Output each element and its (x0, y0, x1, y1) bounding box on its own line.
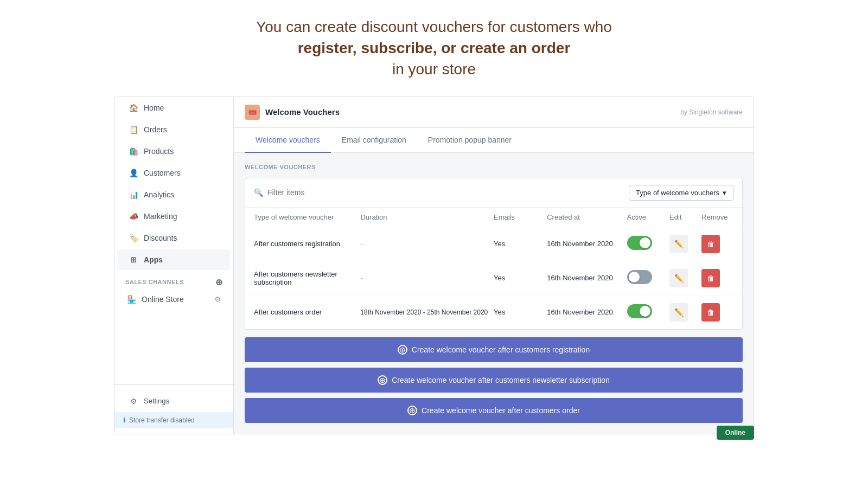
edit-button-row2[interactable]: ✏️ (669, 269, 688, 287)
online-store-channel[interactable]: 🏪 Online Store ⚙ (118, 290, 230, 309)
app-header-right: by Singleton software (680, 108, 743, 116)
delete-button-row1[interactable]: 🗑 (701, 235, 720, 253)
sidebar: 🏠 Home 📋 Orders 🛍️ Products 👤 Customers … (114, 97, 234, 434)
row1-active[interactable] (627, 236, 670, 252)
row1-type: After customers registration (254, 240, 360, 248)
row1-emails: Yes (494, 240, 547, 248)
row3-duration: 18th November 2020 - 25th November 2020 (360, 309, 494, 316)
section-title: WELCOME VOUCHERS (245, 164, 743, 170)
sidebar-item-products[interactable]: 🛍️ Products (118, 141, 230, 162)
toggle-row1[interactable] (627, 236, 652, 250)
filter-row: 🔍 Type of welcome vouchers ▾ (245, 178, 742, 208)
tab-welcome-vouchers[interactable]: Welcome vouchers (245, 128, 331, 153)
create-order-voucher-button[interactable]: ⊕ Create welcome voucher after customers… (245, 398, 743, 423)
plus-circle-icon: ⊕ (398, 345, 407, 355)
tab-email-configuration[interactable]: Email configuration (331, 128, 417, 153)
app-wrapper: 🏠 Home 📋 Orders 🛍️ Products 👤 Customers … (114, 97, 754, 434)
toggle-row2[interactable] (627, 270, 652, 284)
sidebar-item-customers[interactable]: 👤 Customers (118, 163, 230, 183)
type-filter-dropdown[interactable]: Type of welcome vouchers ▾ (629, 185, 733, 201)
channel-settings-icon[interactable]: ⚙ (214, 295, 221, 304)
home-icon: 🏠 (129, 103, 138, 113)
app-header-left: 🎟️ Welcome Vouchers (245, 105, 340, 120)
sidebar-item-orders[interactable]: 📋 Orders (118, 119, 230, 140)
create-btn-label-0: Create welcome voucher after customers r… (412, 345, 590, 354)
marketing-icon: 📣 (129, 211, 138, 221)
hero-line3: in your store (392, 61, 476, 78)
sidebar-label-products: Products (144, 147, 174, 156)
search-icon: 🔍 (254, 188, 263, 197)
sidebar-label-settings: Settings (144, 397, 169, 405)
table-row: After customers order 18th November 2020… (245, 296, 742, 329)
plus-circle-icon2: ⊕ (378, 375, 387, 385)
tab-promotion-popup[interactable]: Promotion popup banner (417, 128, 522, 153)
delete-button-row2[interactable]: 🗑 (701, 269, 720, 287)
row1-remove: 🗑 (701, 235, 733, 253)
row2-type: After customers newsletter subscription (254, 270, 360, 286)
row1-created: 16th November 2020 (547, 240, 627, 248)
col-edit: Edit (669, 213, 701, 221)
info-icon: ℹ (123, 416, 126, 424)
online-store-label: Online Store (142, 295, 184, 304)
toggle-row3[interactable] (627, 304, 652, 318)
col-emails: Emails (494, 213, 547, 221)
apps-icon: ⊞ (129, 255, 138, 265)
table-row: After customers registration - Yes 16th … (245, 227, 742, 261)
sales-channels-section: SALES CHANNELS ⊕ (114, 271, 233, 290)
sales-channels-label: SALES CHANNELS (125, 279, 184, 285)
sidebar-label-home: Home (144, 104, 164, 112)
search-input[interactable] (267, 188, 629, 197)
store-transfer-label: Store transfer disabled (129, 416, 195, 424)
add-channel-icon[interactable]: ⊕ (215, 277, 223, 287)
tabs-bar: Welcome vouchers Email configuration Pro… (234, 128, 754, 153)
edit-button-row3[interactable]: ✏️ (669, 303, 688, 322)
main-content: 🎟️ Welcome Vouchers by Singleton softwar… (234, 97, 754, 434)
col-active: Active (627, 213, 670, 221)
store-transfer-bar: ℹ Store transfer disabled (114, 412, 233, 428)
create-btn-label-1: Create welcome voucher after customers n… (392, 376, 610, 384)
hero-line1: You can create discount vouchers for cus… (256, 18, 612, 35)
col-duration: Duration (360, 213, 494, 221)
by-label: by Singleton software (680, 108, 743, 116)
vouchers-card: 🔍 Type of welcome vouchers ▾ Type of wel… (245, 178, 743, 330)
create-buttons-group: ⊕ Create welcome voucher after customers… (245, 337, 743, 423)
products-icon: 🛍️ (129, 146, 138, 156)
search-box: 🔍 (254, 188, 629, 197)
sidebar-item-home[interactable]: 🏠 Home (118, 98, 230, 118)
sidebar-item-marketing[interactable]: 📣 Marketing (118, 206, 230, 227)
toggle-knob-row1 (640, 237, 650, 248)
chevron-down-icon: ▾ (723, 189, 726, 197)
row2-emails: Yes (494, 274, 547, 282)
create-newsletter-voucher-button[interactable]: ⊕ Create welcome voucher after customers… (245, 368, 743, 393)
table-header: Type of welcome voucher Duration Emails … (245, 208, 742, 227)
row3-remove: 🗑 (701, 303, 733, 322)
store-icon: 🏪 (126, 294, 136, 304)
toggle-knob-row2 (629, 272, 640, 282)
create-btn-label-2: Create welcome voucher after customers o… (422, 406, 580, 415)
row1-edit: ✏️ (669, 235, 701, 253)
sidebar-label-marketing: Marketing (144, 212, 177, 221)
edit-button-row1[interactable]: ✏️ (669, 235, 688, 253)
create-registration-voucher-button[interactable]: ⊕ Create welcome voucher after customers… (245, 337, 743, 362)
row2-remove: 🗑 (701, 269, 733, 287)
customers-icon: 👤 (129, 168, 138, 178)
sidebar-label-customers: Customers (144, 169, 181, 177)
sidebar-item-discounts[interactable]: 🏷️ Discounts (118, 228, 230, 248)
content-area: WELCOME VOUCHERS 🔍 Type of welcome vouch… (234, 153, 754, 434)
row2-edit: ✏️ (669, 269, 701, 287)
row3-active[interactable] (627, 304, 670, 320)
sidebar-item-settings[interactable]: ⚙ Settings (118, 391, 230, 412)
app-logo: 🎟️ (245, 105, 260, 120)
online-badge: Online (717, 426, 754, 440)
row2-active[interactable] (627, 270, 670, 286)
app-logo-icon: 🎟️ (248, 108, 257, 117)
col-remove: Remove (701, 213, 733, 221)
delete-button-row3[interactable]: 🗑 (701, 303, 720, 322)
row3-type: After customers order (254, 308, 360, 316)
sidebar-item-analytics[interactable]: 📊 Analytics (118, 184, 230, 205)
filter-dropdown-label: Type of welcome vouchers (636, 189, 719, 197)
sidebar-label-apps: Apps (144, 255, 163, 264)
sidebar-item-apps[interactable]: ⊞ Apps (118, 249, 230, 270)
row3-edit: ✏️ (669, 303, 701, 322)
online-store-left: 🏪 Online Store (126, 294, 184, 304)
